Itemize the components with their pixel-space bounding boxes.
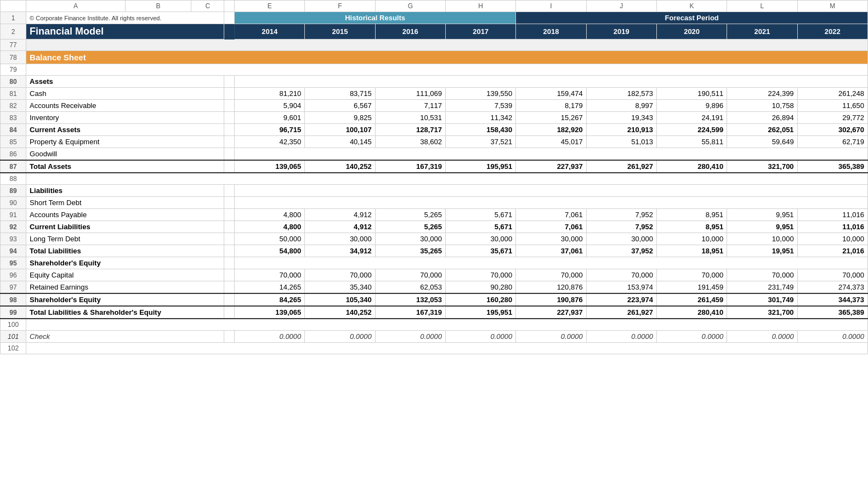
inventory-label: Inventory bbox=[26, 112, 224, 124]
ap-2022: 11,016 bbox=[797, 209, 867, 221]
inv-2022: 29,772 bbox=[797, 112, 867, 124]
cl-2014: 4,800 bbox=[234, 221, 304, 233]
ec-2022: 70,000 bbox=[797, 269, 867, 281]
row-86-goodwill: 86 Goodwill bbox=[1, 148, 868, 161]
rownum-89: 89 bbox=[1, 185, 26, 197]
col-G: G bbox=[375, 1, 445, 12]
ar-2014: 5,904 bbox=[234, 100, 304, 112]
total-liab-equity-label: Total Liabilities & Shareholder's Equity bbox=[26, 306, 224, 319]
ar-2022: 11,650 bbox=[797, 100, 867, 112]
se-2015: 105,340 bbox=[305, 293, 375, 306]
tl-2015: 34,912 bbox=[305, 245, 375, 257]
row-82-ar: 82 Accounts Receivable 5,904 6,567 7,117… bbox=[1, 100, 868, 112]
rownum-83: 83 bbox=[1, 112, 26, 124]
inv-2018: 15,267 bbox=[516, 112, 586, 124]
ltd-2020: 10,000 bbox=[656, 233, 727, 245]
row-101-check: 101 Check 0.0000 0.0000 0.0000 0.0000 0.… bbox=[1, 331, 868, 343]
row-92-current-liabilities: 92 Current Liabilities 4,800 4,912 5,265… bbox=[1, 221, 868, 233]
cash-2018: 159,474 bbox=[516, 88, 586, 100]
ar-label: Accounts Receivable bbox=[26, 100, 224, 112]
re-2022: 274,373 bbox=[797, 281, 867, 294]
ca-2021: 262,051 bbox=[727, 124, 797, 136]
rownum-96: 96 bbox=[1, 269, 26, 281]
se-2016: 132,053 bbox=[375, 293, 445, 306]
tl-2018: 37,061 bbox=[516, 245, 586, 257]
ca-2015: 100,107 bbox=[305, 124, 375, 136]
ap-2021: 9,951 bbox=[727, 209, 797, 221]
tle-2018: 227,937 bbox=[516, 306, 586, 319]
tle-2017: 195,951 bbox=[445, 306, 515, 319]
ppe-2018: 45,017 bbox=[516, 136, 586, 148]
financial-model-title: Financial Model bbox=[26, 24, 224, 39]
ta-2015: 140,252 bbox=[305, 160, 375, 173]
rownum-93: 93 bbox=[1, 233, 26, 245]
shareholder-equity-header-label: Shareholder's Equity bbox=[26, 257, 224, 269]
rownum-1: 1 bbox=[1, 12, 26, 24]
ppe-2022: 62,719 bbox=[797, 136, 867, 148]
assets-label: Assets bbox=[26, 76, 224, 88]
year-2015: 2015 bbox=[305, 24, 375, 39]
ta-2017: 195,951 bbox=[445, 160, 515, 173]
ap-2016: 5,265 bbox=[375, 209, 445, 221]
ltd-2016: 30,000 bbox=[375, 233, 445, 245]
ltd-2022: 10,000 bbox=[797, 233, 867, 245]
check-2015: 0.0000 bbox=[305, 331, 375, 343]
row-102: 102 bbox=[1, 343, 868, 354]
ap-2020: 8,951 bbox=[656, 209, 727, 221]
cl-2022: 11,016 bbox=[797, 221, 867, 233]
inv-2019: 19,343 bbox=[586, 112, 656, 124]
ca-2014: 96,715 bbox=[234, 124, 304, 136]
ar-2018: 8,179 bbox=[516, 100, 586, 112]
ap-2015: 4,912 bbox=[305, 209, 375, 221]
check-2019: 0.0000 bbox=[586, 331, 656, 343]
rownum-99: 99 bbox=[1, 306, 26, 319]
ltd-2017: 30,000 bbox=[445, 233, 515, 245]
current-liabilities-label: Current Liabilities bbox=[26, 221, 224, 233]
cash-2017: 139,550 bbox=[445, 88, 515, 100]
row-91-ap: 91 Accounts Payable 4,800 4,912 5,265 5,… bbox=[1, 209, 868, 221]
cl-2019: 7,952 bbox=[586, 221, 656, 233]
ltd-2015: 30,000 bbox=[305, 233, 375, 245]
ta-2022: 365,389 bbox=[797, 160, 867, 173]
re-2018: 120,876 bbox=[516, 281, 586, 294]
row-96-equity-capital: 96 Equity Capital 70,000 70,000 70,000 7… bbox=[1, 269, 868, 281]
row-85-ppe: 85 Property & Equipment 42,350 40,145 38… bbox=[1, 136, 868, 148]
ta-2018: 227,937 bbox=[516, 160, 586, 173]
row-83-inventory: 83 Inventory 9,601 9,825 10,531 11,342 1… bbox=[1, 112, 868, 124]
se-2017: 160,280 bbox=[445, 293, 515, 306]
re-2020: 191,459 bbox=[656, 281, 727, 294]
col-M: M bbox=[797, 1, 867, 12]
col-gap bbox=[224, 1, 235, 12]
cl-2021: 9,951 bbox=[727, 221, 797, 233]
corner-cell bbox=[1, 1, 26, 12]
ap-label: Accounts Payable bbox=[26, 209, 224, 221]
rownum-95: 95 bbox=[1, 257, 26, 269]
col-B: B bbox=[125, 1, 191, 12]
spreadsheet: A B C E F G H I J K L M 1 © Corporate Fi… bbox=[0, 0, 868, 354]
ta-2019: 261,927 bbox=[586, 160, 656, 173]
rownum-78: 78 bbox=[1, 51, 26, 64]
tle-2014: 139,065 bbox=[234, 306, 304, 319]
cl-2015: 4,912 bbox=[305, 221, 375, 233]
ar-2016: 7,117 bbox=[375, 100, 445, 112]
ar-2017: 7,539 bbox=[445, 100, 515, 112]
col-header-row: A B C E F G H I J K L M bbox=[1, 1, 868, 12]
ar-2020: 9,896 bbox=[656, 100, 727, 112]
tle-2015: 140,252 bbox=[305, 306, 375, 319]
col-A: A bbox=[26, 1, 126, 12]
ca-2018: 182,920 bbox=[516, 124, 586, 136]
rownum-85: 85 bbox=[1, 136, 26, 148]
tle-2019: 261,927 bbox=[586, 306, 656, 319]
rownum-80: 80 bbox=[1, 76, 26, 88]
tle-2022: 365,389 bbox=[797, 306, 867, 319]
ta-2021: 321,700 bbox=[727, 160, 797, 173]
se-2022: 344,373 bbox=[797, 293, 867, 306]
year-2022: 2022 bbox=[797, 24, 867, 39]
tl-2014: 54,800 bbox=[234, 245, 304, 257]
check-2020: 0.0000 bbox=[656, 331, 727, 343]
inv-2017: 11,342 bbox=[445, 112, 515, 124]
tl-2019: 37,952 bbox=[586, 245, 656, 257]
row-98-shareholder-equity: 98 Shareholder's Equity 84,265 105,340 1… bbox=[1, 293, 868, 306]
cash-2016: 111,069 bbox=[375, 88, 445, 100]
ec-2020: 70,000 bbox=[656, 269, 727, 281]
